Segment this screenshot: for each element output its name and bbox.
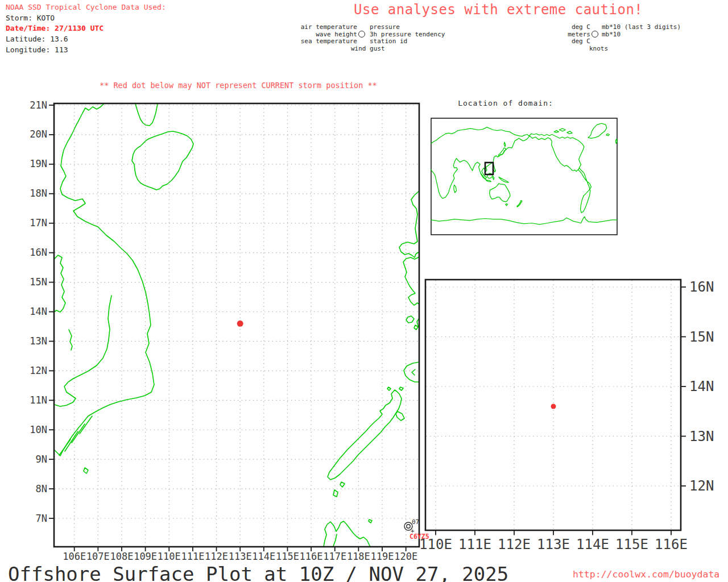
lon-tick-label: 115E: [276, 551, 299, 562]
zoom-lon-tick-label: 116E: [655, 537, 688, 552]
station-inner-circle-icon: [407, 525, 410, 528]
zoom-lat-tick-label: 15N: [689, 329, 714, 345]
antarctica-outline: [431, 217, 617, 225]
lat-tick-label: 16N: [30, 247, 47, 258]
new-zealand-outline: [517, 201, 522, 207]
zoom-lat-tick-label: 14N: [689, 379, 714, 394]
australia-outline: [490, 184, 510, 202]
island-outline: [333, 490, 338, 497]
lon-tick-label: 118E: [347, 551, 370, 562]
island-outline: [414, 325, 418, 330]
island-outline: [84, 468, 88, 473]
island-outline: [399, 387, 403, 390]
plot-canvas: 106E107E108E109E110E111E112E113E114E115E…: [0, 0, 728, 582]
lon-tick-label: 116E: [300, 551, 323, 562]
lat-tick-label: 9N: [36, 454, 47, 465]
leizhou-peninsula-outline: [135, 103, 158, 126]
arctic-island-outline: [567, 131, 572, 134]
mekong-river-outline: [55, 296, 111, 406]
lon-tick-label: 110E: [158, 551, 181, 562]
lat-tick-label: 18N: [30, 188, 47, 199]
zoom-lat-tick-label: 13N: [689, 429, 714, 444]
culion-island-outline: [396, 411, 404, 421]
eurasia-africa-outline: [431, 127, 530, 198]
zoom-inset: 110E111E112E113E114E115E116E16N15N14N13N…: [419, 279, 714, 552]
arctic-island-outline: [554, 131, 559, 133]
island-outline: [369, 519, 372, 523]
main-map-coastlines: [54, 103, 419, 547]
lon-tick-label: 106E: [63, 551, 86, 562]
busuanga-notch-outline: [412, 369, 415, 375]
lat-tick-label: 20N: [30, 128, 47, 140]
lat-tick-label: 13N: [30, 335, 47, 347]
luzon-coast-outline: [399, 191, 419, 257]
lon-tick-label: 108E: [110, 551, 134, 562]
luzon-coast-outline: [403, 257, 419, 305]
zoom-lon-tick-label: 114E: [576, 537, 609, 552]
zoom-inset-ticks: 110E111E112E113E114E115E116E16N15N14N13N…: [419, 279, 714, 552]
world-inset-title: Location of domain:: [458, 99, 553, 107]
madagascar-outline: [454, 185, 457, 193]
vietnam-coast-outline: [54, 103, 154, 456]
lat-tick-label: 15N: [30, 276, 47, 288]
page-title: Offshore Surface Plot at 10Z / NOV 27, 2…: [8, 563, 508, 582]
lat-tick-label: 11N: [30, 394, 47, 406]
island-outline: [387, 387, 391, 390]
zoom-lon-tick-label: 111E: [458, 537, 491, 552]
zoom-lon-tick-label: 110E: [419, 537, 452, 552]
zoom-lat-tick-label: 16N: [689, 279, 714, 295]
lon-tick-label: 119E: [371, 551, 394, 562]
japan-outline: [498, 148, 506, 156]
mekong-delta-channel-outline: [65, 431, 78, 451]
lat-tick-label: 19N: [30, 158, 47, 169]
lon-tick-label: 120E: [394, 551, 417, 562]
station-pressure-value: 07: [412, 518, 419, 526]
borneo-inner-outline: [333, 534, 337, 547]
main-map: 106E107E108E109E110E111E112E113E114E115E…: [30, 99, 429, 563]
buoy-plot-page: NOAA SSD Tropical Cyclone Data Used: Sto…: [0, 0, 728, 582]
arctic-island-outline: [559, 128, 565, 131]
zoom-lon-tick-label: 112E: [498, 537, 531, 552]
sulawesi-outline: [493, 177, 494, 180]
world-inset: Location of domain:: [431, 99, 617, 235]
mekong-delta-channel-outline: [72, 424, 85, 443]
borneo-coast-outline: [324, 521, 370, 547]
main-map-ticks: 106E107E108E109E110E111E112E113E114E115E…: [30, 99, 417, 563]
buoydata-link[interactable]: http://coolwx.com/buoydata: [573, 569, 719, 580]
lat-tick-label: 10N: [30, 424, 47, 435]
lon-tick-label: 111E: [181, 551, 204, 562]
greenland-outline: [588, 123, 607, 138]
hainan-island-outline: [132, 131, 193, 190]
lon-tick-label: 117E: [323, 551, 346, 562]
storm-dot-zoom: [551, 404, 556, 409]
new-guinea-outline: [499, 177, 508, 182]
zoom-lon-tick-label: 113E: [537, 537, 570, 552]
iceland-outline: [606, 134, 610, 136]
lat-tick-label: 14N: [30, 306, 47, 317]
americas-outline: [530, 134, 592, 213]
lat-tick-label: 7N: [36, 513, 47, 524]
lon-tick-label: 109E: [134, 551, 157, 562]
zoom-lon-tick-label: 115E: [615, 537, 648, 552]
river-squiggle-outline: [69, 330, 72, 350]
lat-tick-label: 8N: [36, 483, 47, 494]
zoom-lat-tick-label: 12N: [689, 478, 714, 494]
world-coastlines: [431, 123, 617, 225]
river-squiggle-outline: [54, 255, 65, 312]
tasmania-outline: [506, 203, 508, 206]
lat-tick-label: 12N: [30, 365, 47, 376]
sakhalin-outline: [504, 142, 506, 147]
lon-tick-label: 107E: [86, 551, 110, 562]
lon-tick-label: 113E: [229, 551, 252, 562]
mekong-delta-channel-outline: [59, 439, 71, 455]
lat-tick-label: 17N: [30, 217, 47, 228]
lat-tick-label: 21N: [30, 99, 47, 111]
storm-dot-main: [237, 321, 243, 327]
palawan-island-outline: [328, 390, 402, 480]
island-outline: [340, 482, 345, 487]
lon-tick-label: 112E: [205, 551, 228, 562]
lon-tick-label: 114E: [252, 551, 275, 562]
island-outline: [406, 316, 414, 323]
